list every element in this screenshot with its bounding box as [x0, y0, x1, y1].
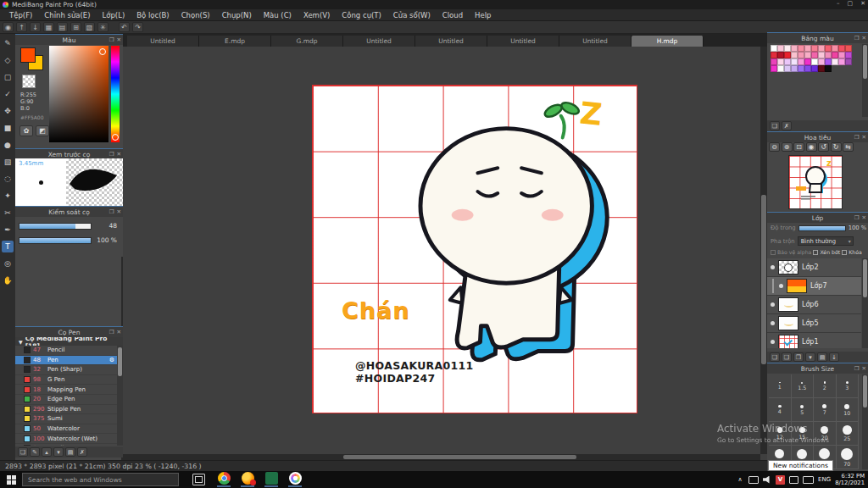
tray-icon-vlc[interactable]: V [776, 475, 785, 485]
drawing-canvas[interactable]: Z Chán @HOASAKURA0111 #HOIDAP247 [312, 85, 637, 413]
brush-size-cell-20[interactable]: 20 [814, 422, 837, 446]
brush-size-cell-12[interactable]: 12 [769, 422, 792, 446]
layers-scrollbar[interactable] [862, 258, 868, 348]
language-indicator[interactable]: ENG [818, 476, 831, 483]
brush-row-mapping-pen[interactable]: 18 Mapping Pen ⚙ [15, 385, 117, 395]
palette-swatch[interactable] [784, 45, 791, 52]
taskbar-app-firefox[interactable] [241, 472, 254, 487]
taskbar-clock[interactable]: 6:32 PM 8/12/2021 [835, 473, 865, 486]
toolbar-icon-snap-parallel[interactable]: ▤ [57, 22, 68, 32]
tab-g-mdp[interactable]: G.mdp [271, 36, 343, 47]
brush-toolbar-button-brush-up[interactable]: ▴ [42, 447, 52, 457]
brush-row-edge-pen[interactable]: 20 Edge Pen ⚙ [15, 395, 117, 405]
history-icon-redo[interactable]: ↷ [132, 22, 143, 32]
palette-swatch[interactable] [804, 45, 811, 52]
brush-size-cell-25[interactable]: 25 [837, 422, 860, 446]
tool-icon-text[interactable]: T [2, 241, 14, 252]
layers-toolbar-button-add-folder[interactable]: ▤ [817, 352, 827, 362]
brush-size-cell-3[interactable]: 3 [837, 374, 860, 398]
palette-swatch[interactable] [838, 45, 845, 52]
palette-swatch[interactable] [825, 45, 832, 52]
palette-scrollbar[interactable] [862, 44, 868, 117]
menu-item-m-u-c[interactable]: Màu (C) [258, 9, 298, 21]
palette-swatch[interactable] [804, 52, 811, 58]
tab-untitled[interactable]: Untitled [415, 36, 487, 47]
tab-untitled[interactable]: Untitled [559, 36, 632, 47]
navigator-button-zoom-in[interactable]: ⊕ [782, 142, 793, 152]
menu-item-ch-n-s[interactable]: Chọn(S) [175, 9, 216, 21]
tool-icon-fill-rect[interactable]: ■ [2, 122, 14, 134]
brush-size-cell-1[interactable]: 1 [769, 374, 792, 398]
popout-icon[interactable]: ❐ [109, 36, 114, 44]
palette-swatch[interactable] [791, 65, 798, 72]
palette-swatch[interactable] [811, 52, 818, 58]
tray-icon-chevron-up[interactable]: ∧ [736, 474, 744, 485]
palette-swatch[interactable] [832, 45, 838, 52]
tool-icon-lasso[interactable]: ◌ [2, 173, 14, 185]
popout-icon[interactable]: ❐ [109, 150, 114, 158]
layer-visibility-icon[interactable] [771, 321, 775, 325]
brush-toolbar-button-edit-brush[interactable]: ✎ [30, 447, 40, 457]
clipping-checkbox[interactable] [813, 250, 818, 255]
toolbar-icon-snap-vanish[interactable]: ▧ [84, 22, 95, 32]
tool-icon-bucket[interactable]: ● [2, 139, 14, 151]
close-icon[interactable]: ✕ [862, 133, 866, 141]
palette-button-add-color[interactable]: ❏ [770, 121, 780, 130]
palette-swatch[interactable] [784, 52, 791, 58]
palette-swatch[interactable] [838, 52, 845, 58]
close-icon[interactable]: ✕ [117, 208, 121, 216]
brush-toolbar-button-delete-brush[interactable]: ✗ [77, 447, 87, 457]
menu-item-l-p-l[interactable]: Lớp(L) [97, 9, 131, 21]
tool-icon-gradient[interactable]: ▧ [2, 156, 14, 168]
color-panel-button-palette-mode[interactable]: ✿ [19, 125, 33, 136]
palette-swatch[interactable] [777, 58, 784, 65]
navigator-button-zoom-out[interactable]: ⊖ [769, 142, 780, 152]
palette-swatch[interactable] [818, 52, 825, 58]
palette-swatch[interactable] [838, 58, 845, 65]
layer-row-l-p2[interactable]: Lớp2 [767, 258, 861, 277]
tab-e-mdp[interactable]: E.mdp [199, 36, 271, 47]
palette-swatch[interactable] [791, 45, 798, 52]
popout-icon[interactable]: ❐ [854, 364, 860, 373]
palette-swatch[interactable] [845, 58, 852, 65]
toolbar-icon-snap-radial[interactable]: ✳ [97, 22, 108, 32]
menu-item-cloud[interactable]: Cloud [437, 9, 469, 21]
tab-untitled[interactable]: Untitled [343, 36, 415, 47]
popout-icon[interactable]: ❐ [854, 214, 860, 222]
tool-icon-hand[interactable]: ✋ [2, 274, 14, 286]
palette-swatch[interactable] [811, 45, 818, 52]
close-icon[interactable]: ✕ [862, 34, 866, 42]
menu-item-help[interactable]: Help [469, 9, 497, 21]
palette-swatch[interactable] [818, 58, 825, 65]
color-panel-button-picker-mode[interactable]: ◩ [36, 125, 49, 136]
tray-icon-chat[interactable] [789, 476, 798, 484]
popout-icon[interactable]: ❐ [854, 133, 860, 141]
palette-swatch[interactable] [798, 45, 804, 52]
palette-swatch[interactable] [825, 65, 832, 72]
brush-list-scrollbar[interactable] [117, 346, 123, 446]
close-icon[interactable]: ✕ [117, 328, 121, 336]
palette-swatch[interactable] [771, 45, 777, 52]
brush-row-stipple-pen[interactable]: 290 Stipple Pen ⚙ [15, 405, 117, 415]
alpha-lock-checkbox[interactable] [771, 250, 776, 255]
close-icon[interactable]: ✕ [117, 36, 121, 44]
palette-swatch[interactable] [784, 58, 791, 65]
task-view-icon[interactable] [192, 474, 205, 485]
palette-swatch[interactable] [804, 58, 811, 65]
brush-opacity-slider[interactable] [19, 237, 92, 244]
layers-toolbar-button-add-layer[interactable]: ❏ [770, 352, 780, 362]
canvas-hscrollbar[interactable] [123, 454, 760, 460]
palette-swatch[interactable] [832, 52, 838, 58]
transparent-color-swatch[interactable] [22, 75, 36, 88]
palette-swatch[interactable] [791, 52, 798, 58]
taskbar-app-medibang[interactable] [288, 472, 302, 487]
brush-size-cell-4[interactable]: 4 [769, 398, 792, 422]
brush-size-cell-10[interactable]: 10 [837, 398, 860, 422]
palette-swatch[interactable] [811, 65, 818, 72]
tool-icon-divide[interactable]: ✂ [2, 207, 14, 219]
popout-icon[interactable]: ❐ [109, 208, 114, 216]
palette-swatch[interactable] [845, 52, 852, 58]
tool-icon-brush[interactable]: ✎ [2, 37, 14, 49]
navigator-button-rotate-right[interactable]: ↻ [831, 142, 842, 152]
palette-swatch[interactable] [804, 65, 811, 72]
